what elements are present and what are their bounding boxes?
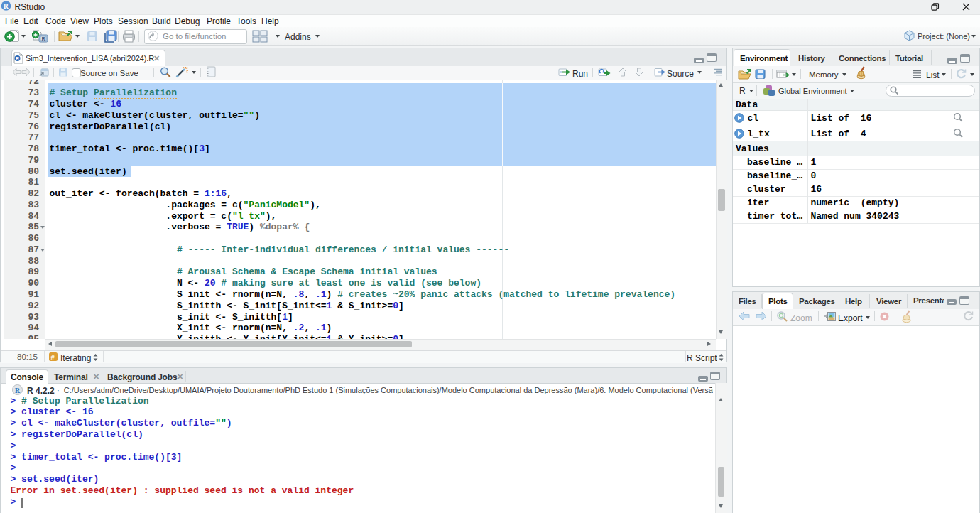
svg-text:R: R: [16, 56, 19, 61]
svg-text:R: R: [15, 387, 21, 394]
svg-text:R: R: [41, 36, 45, 41]
svg-text:R: R: [4, 3, 9, 10]
